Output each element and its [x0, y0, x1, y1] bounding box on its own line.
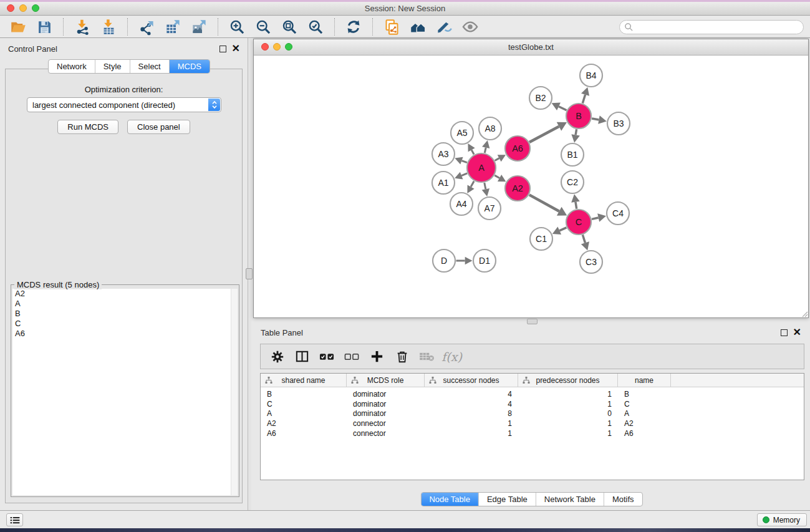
search-box[interactable]	[619, 20, 804, 34]
graph-edge-B-B2[interactable]	[559, 107, 567, 110]
table-cell[interactable]: dominator	[347, 409, 425, 418]
window-resize-grip[interactable]	[801, 310, 808, 317]
minimize-window-button[interactable]	[19, 4, 27, 12]
tab-edge-table[interactable]: Edge Table	[479, 493, 536, 506]
network-close-button[interactable]	[261, 43, 269, 51]
tab-style[interactable]: Style	[95, 60, 130, 73]
graph-edge-A6-B[interactable]	[529, 127, 559, 142]
search-input[interactable]	[634, 22, 803, 33]
result-item[interactable]: A6	[12, 329, 238, 339]
result-item[interactable]: C	[12, 319, 238, 329]
graph-edge-A-A3[interactable]	[461, 161, 467, 163]
result-item[interactable]: B	[12, 309, 238, 319]
column-header-predecessor-nodes[interactable]: predecessor nodes	[518, 374, 618, 387]
table-cell[interactable]: C	[618, 400, 671, 409]
refresh-button[interactable]	[344, 17, 363, 36]
network-canvas[interactable]: B4B2BB3A8A5A6A3B1AA1C2A2A4A7C4CC1C3DD1	[254, 56, 808, 317]
network-minimize-button[interactable]	[273, 43, 281, 51]
column-header-shared-name[interactable]: shared name	[261, 374, 347, 387]
mcds-result-list[interactable]: A2ABCA6	[12, 289, 238, 495]
tab-select[interactable]: Select	[130, 60, 170, 73]
graph-edge-C-C2[interactable]	[576, 202, 577, 209]
result-item[interactable]: A2	[12, 289, 238, 299]
table-cell[interactable]: dominator	[347, 400, 425, 409]
graph-edge-C-C4[interactable]	[592, 218, 599, 219]
result-item[interactable]: A	[12, 299, 238, 309]
maximize-window-button[interactable]	[32, 4, 39, 12]
run-mcds-button[interactable]: Run MCDS	[57, 120, 118, 134]
zoom-out-button[interactable]	[254, 17, 272, 36]
table-cell[interactable]: 1	[518, 400, 618, 409]
graph-edge-B-B3[interactable]	[592, 118, 599, 120]
unselect-all-columns-button[interactable]	[343, 347, 361, 365]
export-image-button[interactable]	[190, 17, 208, 36]
export-network-button[interactable]	[137, 17, 156, 36]
table-cell[interactable]: A2	[618, 419, 671, 428]
import-table-button[interactable]	[99, 17, 118, 36]
export-table-button[interactable]	[163, 17, 182, 36]
graph-edge-A2-C[interactable]	[529, 195, 559, 211]
zoom-in-button[interactable]	[228, 17, 246, 36]
close-panel-button[interactable]: Close panel	[127, 120, 190, 134]
table-cell[interactable]: A6	[618, 429, 671, 438]
table-cell[interactable]: 1	[518, 429, 618, 438]
graph-edge-C-C1[interactable]	[559, 228, 566, 231]
close-window-button[interactable]	[7, 4, 14, 12]
table-cell[interactable]: A2	[261, 419, 347, 428]
function-builder-button[interactable]: f(x)	[443, 347, 461, 365]
table-cell[interactable]: B	[261, 390, 347, 399]
table-cell[interactable]: A	[261, 409, 347, 418]
graph-edge-B-B4[interactable]	[582, 95, 585, 104]
tab-node-table[interactable]: Node Table	[421, 493, 479, 506]
graph-edge-A-A7[interactable]	[485, 183, 486, 189]
graph-edge-A-A1[interactable]	[461, 173, 467, 176]
tab-motifs[interactable]: Motifs	[604, 493, 642, 506]
table-row[interactable]: A2connector11A2	[261, 418, 804, 428]
table-cell[interactable]: B	[618, 390, 671, 399]
float-panel-icon[interactable]	[219, 46, 226, 52]
graph-edge-A-A4[interactable]	[471, 181, 474, 186]
column-header-name[interactable]: name	[618, 374, 671, 387]
graph-edge-A-A2[interactable]	[494, 175, 499, 178]
table-cell[interactable]: 8	[425, 409, 518, 418]
table-row[interactable]: A6connector11A6	[261, 428, 804, 438]
column-header-MCDS-role[interactable]: MCDS role	[347, 374, 425, 387]
result-list-scrollbar[interactable]	[231, 289, 238, 495]
import-network-button[interactable]	[73, 17, 92, 36]
table-cell[interactable]: 1	[518, 419, 618, 428]
graph-edge-B-B1[interactable]	[576, 129, 576, 135]
table-cell[interactable]: 1	[425, 429, 518, 438]
network-maximize-button[interactable]	[285, 43, 292, 51]
table-settings-button[interactable]	[268, 347, 286, 365]
splitter-grip-vertical[interactable]	[246, 268, 253, 279]
show-graphics-button[interactable]	[461, 17, 480, 36]
tab-network-table[interactable]: Network Table	[536, 493, 604, 506]
table-cell[interactable]: dominator	[347, 390, 425, 399]
show-columns-button[interactable]	[293, 347, 311, 365]
delete-table-button[interactable]	[418, 347, 436, 365]
table-cell[interactable]: 1	[518, 390, 618, 399]
graph-edge-A-A8[interactable]	[485, 148, 486, 153]
tab-network[interactable]: Network	[49, 60, 95, 73]
select-all-columns-button[interactable]	[318, 347, 336, 365]
table-cell[interactable]: 4	[425, 390, 518, 399]
graph-edge-C-C3[interactable]	[582, 235, 585, 243]
column-header-successor-nodes[interactable]: successor nodes	[425, 374, 518, 387]
zoom-fit-button[interactable]	[280, 17, 299, 36]
table-cell[interactable]: 4	[425, 400, 518, 409]
table-cell[interactable]: 0	[518, 409, 618, 418]
graph-edge-A-A6[interactable]	[495, 158, 499, 161]
table-cell[interactable]: connector	[347, 419, 425, 428]
open-session-button[interactable]	[9, 17, 27, 36]
tab-mcds[interactable]: MCDS	[170, 60, 210, 73]
close-table-panel-icon[interactable]: ✕	[793, 329, 801, 336]
table-cell[interactable]: 1	[425, 419, 518, 428]
task-history-button[interactable]	[6, 513, 23, 526]
create-column-button[interactable]	[368, 347, 386, 365]
close-panel-icon[interactable]: ✕	[232, 45, 240, 52]
hide-annotations-button[interactable]	[435, 17, 453, 36]
table-cell[interactable]: A	[618, 409, 671, 418]
network-overview-button[interactable]	[408, 17, 427, 36]
graph-edge-A-A5[interactable]	[471, 150, 474, 154]
table-cell[interactable]: connector	[347, 429, 425, 438]
